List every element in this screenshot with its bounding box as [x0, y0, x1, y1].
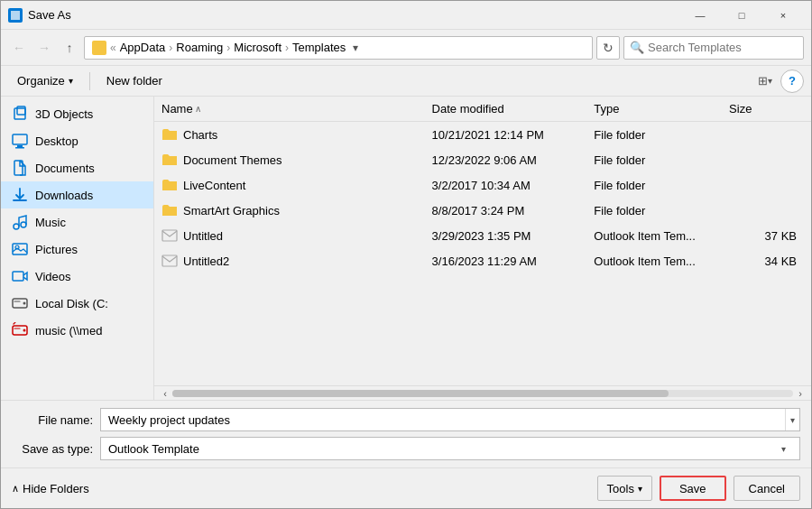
window-controls: — □ ×: [679, 1, 804, 30]
save-button[interactable]: Save: [660, 476, 726, 501]
breadcrumb-roaming: Roaming: [176, 41, 223, 54]
address-path[interactable]: « AppData › Roaming › Microsoft › Templa…: [84, 36, 593, 60]
col-header-size[interactable]: Size: [729, 102, 804, 116]
sidebar-pictures-label: Pictures: [35, 243, 78, 256]
title-bar: Save As — □ ×: [1, 1, 811, 30]
sidebar: 3D Objects Desktop Documents Downloads: [1, 97, 154, 400]
dialog-title: Save As: [28, 8, 679, 22]
filename-input[interactable]: [108, 413, 792, 427]
help-button[interactable]: ?: [780, 69, 804, 93]
file-list-body: Charts 10/21/2021 12:14 PM File folder D…: [154, 122, 811, 385]
saveastype-dropdown-arrow: ▾: [774, 438, 792, 459]
file-row-untitled[interactable]: Untitled 3/29/2023 1:35 PM Outlook Item …: [154, 223, 811, 248]
svg-point-8: [21, 222, 26, 227]
svg-rect-11: [13, 272, 23, 281]
search-icon: 🔍: [630, 41, 644, 54]
svg-rect-17: [162, 255, 177, 266]
view-toggle-button[interactable]: ⊞ ▾: [753, 69, 777, 93]
organize-button[interactable]: Organize ▾: [8, 69, 82, 93]
refresh-button[interactable]: ↻: [596, 36, 620, 60]
col-header-name[interactable]: Name ∧: [161, 102, 432, 116]
sidebar-network-label: music (\\med: [35, 324, 102, 338]
search-input[interactable]: [648, 41, 799, 54]
svg-rect-0: [11, 11, 20, 20]
new-folder-label: New folder: [106, 74, 162, 88]
dialog-icon: [8, 8, 23, 23]
sidebar-local-disk-label: Local Disk (C:: [35, 297, 108, 310]
organize-dropdown-icon: ▾: [69, 76, 73, 86]
folder-icon: [92, 41, 106, 55]
filename-input-wrapper[interactable]: ▾: [100, 408, 800, 431]
back-button[interactable]: ←: [8, 37, 30, 59]
saveastype-select[interactable]: Outlook Template ▾: [100, 437, 800, 460]
svg-rect-1: [14, 108, 25, 119]
sidebar-3d-objects-label: 3D Objects: [35, 107, 93, 121]
sidebar-item-downloads[interactable]: Downloads: [1, 181, 153, 208]
sidebar-item-videos[interactable]: Videos: [1, 263, 153, 290]
file-row-document-themes[interactable]: Document Themes 12/23/2022 9:06 AM File …: [154, 147, 811, 172]
close-button[interactable]: ×: [762, 1, 804, 30]
sidebar-item-documents[interactable]: Documents: [1, 154, 153, 181]
view-grid-icon: ⊞: [758, 74, 768, 88]
file-row-livecontent[interactable]: LiveContent 3/2/2017 10:34 AM File folde…: [154, 172, 811, 198]
forward-button[interactable]: →: [33, 37, 55, 59]
sidebar-item-pictures[interactable]: Pictures: [1, 236, 153, 263]
col-header-date[interactable]: Date modified: [432, 102, 595, 116]
sidebar-item-network[interactable]: music (\\med: [1, 317, 153, 344]
local-disk-icon: [12, 295, 28, 311]
pictures-icon: [12, 241, 28, 257]
file-row-charts[interactable]: Charts 10/21/2021 12:14 PM File folder: [154, 122, 811, 147]
folder-icon-charts: [161, 126, 178, 143]
sidebar-item-desktop[interactable]: Desktop: [1, 127, 153, 154]
folder-icon-smartart: [161, 202, 178, 218]
folder-icon-document-themes: [161, 152, 178, 168]
saveastype-label: Save as type:: [12, 442, 93, 456]
scroll-right-arrow[interactable]: ›: [793, 386, 807, 401]
maximize-button[interactable]: □: [721, 1, 762, 30]
file-name-untitled2: Untitled2: [161, 253, 432, 269]
hide-folders-label: Hide Folders: [23, 482, 89, 495]
sidebar-item-local-disk[interactable]: Local Disk (C:: [1, 290, 153, 317]
mail-icon-untitled2: [161, 253, 178, 269]
music-icon: [12, 214, 28, 230]
sidebar-item-3d-objects[interactable]: 3D Objects: [1, 100, 153, 127]
sidebar-music-label: Music: [35, 216, 66, 229]
network-icon: [12, 322, 28, 338]
sidebar-documents-label: Documents: [35, 162, 95, 175]
hide-folders-button[interactable]: ∧ Hide Folders: [12, 482, 89, 495]
file-name-livecontent: LiveContent: [161, 177, 432, 193]
address-bar: ← → ↑ « AppData › Roaming › Microsoft › …: [1, 30, 811, 66]
toolbar-right: ⊞ ▾ ?: [753, 69, 804, 93]
scrollbar-track[interactable]: [172, 390, 793, 397]
file-name-untitled: Untitled: [161, 227, 432, 244]
file-row-smartart[interactable]: SmartArt Graphics 8/8/2017 3:24 PM File …: [154, 198, 811, 223]
minimize-button[interactable]: —: [679, 1, 721, 30]
scroll-left-arrow[interactable]: ‹: [158, 386, 172, 401]
col-header-type[interactable]: Type: [594, 102, 729, 116]
3d-objects-icon: [12, 106, 28, 122]
toolbar: Organize ▾ New folder ⊞ ▾ ?: [1, 66, 811, 97]
breadcrumb-appdata: AppData: [120, 41, 166, 54]
folder-icon-livecontent: [161, 177, 178, 193]
svg-rect-16: [162, 230, 177, 241]
sidebar-desktop-label: Desktop: [35, 134, 78, 148]
documents-icon: [12, 160, 28, 176]
search-box[interactable]: 🔍: [623, 36, 804, 60]
up-button[interactable]: ↑: [59, 37, 80, 59]
filename-row: File name: ▾: [12, 408, 800, 431]
toolbar-separator: [89, 72, 90, 90]
new-folder-button[interactable]: New folder: [97, 69, 171, 93]
svg-rect-3: [13, 134, 27, 144]
sidebar-videos-label: Videos: [35, 270, 71, 283]
address-dropdown-button[interactable]: ▾: [349, 42, 362, 54]
filename-dropdown-button[interactable]: ▾: [785, 409, 799, 430]
file-row-untitled2[interactable]: Untitled2 3/16/2023 11:29 AM Outlook Ite…: [154, 248, 811, 273]
svg-rect-5: [15, 147, 24, 149]
main-content: 3D Objects Desktop Documents Downloads: [1, 97, 811, 400]
horizontal-scrollbar[interactable]: ‹ ›: [154, 385, 811, 400]
tools-button[interactable]: Tools ▾: [597, 476, 652, 501]
filename-label: File name:: [12, 413, 93, 427]
sidebar-item-music[interactable]: Music: [1, 208, 153, 236]
breadcrumb-templates: Templates: [292, 41, 346, 54]
cancel-button[interactable]: Cancel: [734, 476, 800, 501]
